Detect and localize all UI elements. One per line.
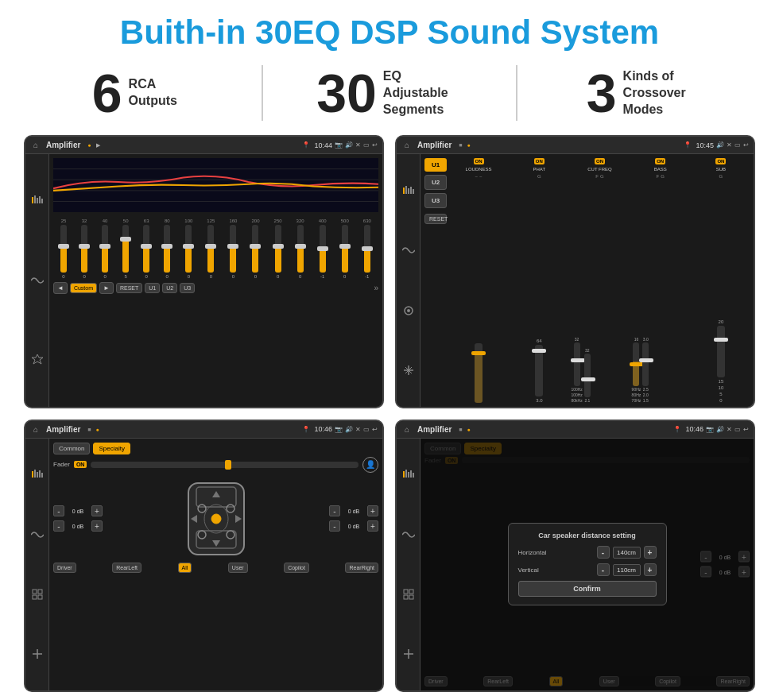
speaker-sidebar-icon3[interactable] (29, 586, 45, 602)
ch-phat: ON PHAT G (510, 158, 568, 179)
db-minus-4[interactable]: - (329, 520, 340, 532)
tab-specialty[interactable]: Specialty (93, 443, 130, 454)
vertical-minus[interactable]: - (597, 563, 610, 576)
eq-u3-button[interactable]: U3 (180, 283, 195, 293)
cutfreq-f-slider[interactable] (574, 342, 580, 386)
topbar-title-speaker: Amplifier (46, 425, 80, 434)
distance-sidebar-icon2[interactable] (401, 527, 417, 543)
topbar-title-distance: Amplifier (417, 425, 452, 434)
eq-slider-63: 63 0 (143, 219, 149, 279)
crossover-sidebar-icon3[interactable] (401, 303, 417, 319)
svg-rect-40 (403, 471, 405, 478)
btn-all[interactable]: All (178, 563, 192, 573)
speaker-screen-content: Common Specialty Fader ON 👤 (25, 439, 382, 690)
topbar-time-distance: 10:46 (685, 425, 703, 433)
eq-next-button[interactable]: ► (99, 282, 114, 294)
eq-slider-400: 400 -1 (319, 219, 327, 279)
svg-rect-12 (405, 186, 407, 194)
svg-rect-21 (39, 470, 41, 478)
speaker-sidebar-icon4[interactable] (29, 646, 45, 662)
eq-sliders: 25 0 32 (53, 215, 378, 279)
svg-rect-3 (39, 196, 41, 203)
eq-sidebar-icon1[interactable] (29, 192, 45, 208)
svg-rect-42 (408, 472, 409, 478)
loudness-slider[interactable] (475, 343, 483, 403)
topbar-icons-crossover: 📍 10:45 🔊 ✕ ▭ ↩ (684, 141, 749, 149)
phat-slider[interactable] (535, 345, 543, 396)
svg-rect-4 (41, 199, 43, 203)
db-minus-2[interactable]: - (53, 520, 64, 532)
distance-sidebar-icon3[interactable] (401, 586, 417, 602)
crossover-sidebar-icon2[interactable] (401, 242, 417, 258)
eq-sidebar-icon2[interactable] (29, 273, 45, 288)
horizontal-plus[interactable]: + (644, 546, 657, 559)
speaker-sidebar-icon2[interactable] (29, 527, 45, 543)
svg-rect-23 (33, 590, 37, 594)
svg-rect-44 (413, 473, 414, 478)
home-icon[interactable]: ⌂ (30, 140, 41, 151)
horizontal-minus[interactable]: - (597, 546, 610, 559)
speaker-sidebar-icon1[interactable] (29, 466, 45, 482)
btn-user[interactable]: User (228, 563, 248, 573)
crossover-sidebar (397, 154, 421, 406)
sub-slider[interactable] (717, 326, 725, 377)
crossover-main: U1 U2 U3 RESET ON LOUDNESS (421, 154, 754, 406)
crossover-reset[interactable]: RESET (424, 214, 447, 224)
btn-copilot[interactable]: Copilot (284, 563, 309, 573)
home-icon-4[interactable]: ⌂ (401, 423, 413, 435)
eq-scroll-right[interactable]: » (374, 284, 378, 292)
btn-rear-left[interactable]: RearLeft (112, 563, 141, 573)
svg-rect-41 (405, 470, 407, 478)
svg-rect-0 (32, 197, 33, 203)
page-title: Buith-in 30EQ DSP Sound System (120, 14, 659, 51)
home-icon-2[interactable]: ⌂ (401, 140, 413, 151)
bass-f-slider[interactable] (633, 342, 639, 386)
stat-label-eq: EQ Adjustable Segments (383, 68, 463, 118)
distance-sidebar-icon4[interactable] (401, 646, 417, 662)
ch-sub: ON SUB G (692, 158, 750, 179)
preset-u2[interactable]: U2 (424, 175, 447, 190)
fader-on-badge: ON (74, 461, 87, 468)
db-minus-3[interactable]: - (329, 505, 340, 516)
eq-custom-button[interactable]: Custom (70, 283, 97, 293)
db-plus-1[interactable]: + (91, 505, 103, 516)
eq-sidebar-icon3[interactable] (29, 352, 45, 368)
db-right-controls: - 0 dB + - 0 dB + (329, 505, 378, 532)
db-plus-4[interactable]: + (367, 520, 378, 532)
eq-reset-button[interactable]: RESET (116, 283, 142, 293)
fader-slider[interactable] (91, 462, 358, 468)
crossover-sidebar-icon1[interactable] (401, 183, 417, 199)
bass-g-slider[interactable] (642, 342, 649, 386)
home-icon-3[interactable]: ⌂ (30, 423, 41, 435)
eq-u1-button[interactable]: U1 (145, 283, 160, 293)
eq-slider-200: 200 0 (251, 219, 259, 279)
bg-footer: Driver RearLeft All User Copilot RearRig… (424, 676, 750, 686)
dialog-horizontal-label: Horizontal (518, 549, 547, 556)
db-minus-1[interactable]: - (53, 505, 64, 516)
preset-u3[interactable]: U3 (424, 193, 447, 208)
btn-rear-right[interactable]: RearRight (345, 563, 378, 573)
svg-rect-19 (34, 470, 36, 478)
eq-screen-card: ⌂ Amplifier ● ▶ 📍 10:44 📷 🔊 ✕ ▭ ↩ (24, 135, 384, 408)
eq-u2-button[interactable]: U2 (162, 283, 177, 293)
db-plus-2[interactable]: + (91, 520, 103, 532)
vertical-plus[interactable]: + (644, 563, 657, 576)
confirm-button[interactable]: Confirm (518, 581, 657, 597)
btn-driver[interactable]: Driver (53, 563, 76, 573)
speaker-distance-dialog: Car speaker distance setting Horizontal … (508, 523, 667, 605)
db-plus-3[interactable]: + (367, 505, 378, 516)
svg-rect-47 (404, 595, 408, 599)
svg-rect-1 (34, 195, 36, 203)
phat-on: ON (534, 158, 545, 164)
preset-u1[interactable]: U1 (424, 158, 447, 172)
svg-rect-45 (404, 590, 408, 594)
tab-common[interactable]: Common (53, 443, 90, 454)
ch-loudness: ON LOUDNESS ~~ (450, 158, 507, 179)
cutfreq-g-slider[interactable] (584, 354, 591, 397)
stat-divider-2 (516, 65, 517, 121)
eq-prev-button[interactable]: ◄ (53, 282, 68, 294)
topbar-time-eq: 10:44 (314, 141, 332, 149)
distance-sidebar-icon1[interactable] (401, 466, 417, 482)
eq-slider-320: 320 0 (296, 219, 304, 279)
crossover-sidebar-icon4[interactable] (401, 362, 417, 378)
